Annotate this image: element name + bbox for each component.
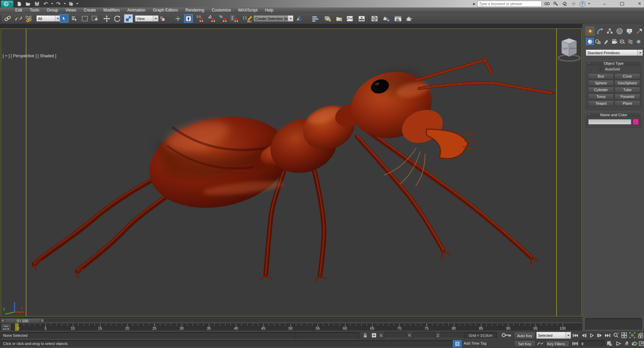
- curve-editor-button[interactable]: [345, 14, 354, 23]
- tab-hierarchy[interactable]: [605, 26, 614, 36]
- selection-filter-dropdown[interactable]: All: [36, 15, 61, 22]
- keyboard-shortcut-override-toggle[interactable]: [184, 14, 193, 23]
- open-mini-curve-editor-button[interactable]: [1, 324, 11, 331]
- select-and-manipulate-button[interactable]: [174, 14, 182, 23]
- time-slider[interactable]: 0 / 100: [5, 318, 40, 323]
- edit-named-selection-sets-icon[interactable]: { }ABC: [243, 14, 253, 23]
- maximize-viewport-toggle[interactable]: [639, 340, 644, 347]
- animation-selection-dropdown[interactable]: Selected: [536, 332, 571, 339]
- undo-history-caret-icon[interactable]: [51, 3, 53, 4]
- select-and-rotate-button[interactable]: [113, 14, 122, 23]
- rollout-collapse-icon[interactable]: -: [588, 61, 590, 65]
- primitive-button-teapot[interactable]: Teapot: [588, 100, 614, 106]
- material-editor-button[interactable]: [370, 14, 379, 23]
- field-of-view-button[interactable]: [615, 340, 622, 347]
- menu-edit[interactable]: Edit: [12, 7, 26, 13]
- default-in-out-tangents-icon[interactable]: [536, 340, 544, 347]
- key-mode-toggle-button[interactable]: [571, 340, 579, 347]
- select-and-scale-button[interactable]: [124, 14, 133, 23]
- tab-modify[interactable]: [595, 26, 604, 36]
- primitive-button-cone[interactable]: Cone: [615, 73, 640, 79]
- menu-create[interactable]: Create: [80, 7, 100, 13]
- menu-group[interactable]: Group: [43, 7, 62, 13]
- object-name-field[interactable]: [588, 119, 631, 125]
- menu-graph-editors[interactable]: Graph Editors: [149, 7, 182, 13]
- minimize-button[interactable]: –: [600, 1, 609, 7]
- help-caret-icon[interactable]: [588, 3, 590, 4]
- mirror-button[interactable]: [295, 14, 304, 23]
- search-icon[interactable]: [544, 1, 550, 6]
- tab-utilities[interactable]: [635, 26, 644, 36]
- toggle-scene-explorer-button[interactable]: [335, 14, 344, 23]
- new-scene-icon[interactable]: [16, 1, 23, 7]
- zoom-extents-all-button[interactable]: [637, 332, 644, 339]
- go-to-end-button[interactable]: [604, 332, 611, 339]
- toolbar-grip[interactable]: [1, 15, 3, 22]
- help-icon[interactable]: ?: [579, 1, 586, 6]
- play-animation-button[interactable]: [588, 332, 595, 339]
- primitive-category-dropdown[interactable]: Standard Primitives: [586, 49, 643, 56]
- maximize-button[interactable]: [618, 1, 626, 7]
- align-button[interactable]: [311, 14, 320, 23]
- save-file-icon[interactable]: [33, 1, 41, 7]
- set-keys-key-icon[interactable]: [501, 331, 512, 339]
- time-slider-track[interactable]: [44, 319, 581, 323]
- viewport-label[interactable]: [ + ] [ Perspective ] [ Shaded ]: [3, 54, 56, 58]
- render-production-button[interactable]: [405, 14, 414, 23]
- primitive-button-pyramid[interactable]: Pyramid: [615, 94, 640, 100]
- autogrid-checkbox[interactable]: [599, 67, 603, 71]
- category-space-warps[interactable]: [627, 38, 635, 45]
- viewport-left-sliver[interactable]: y x: [1, 28, 26, 316]
- menu-help[interactable]: Help: [261, 7, 277, 13]
- subscription-key-icon[interactable]: [552, 1, 559, 6]
- select-and-link-icon[interactable]: [3, 14, 12, 23]
- select-object-button[interactable]: [60, 14, 68, 23]
- z-coordinate-field[interactable]: [441, 332, 463, 338]
- redo-icon[interactable]: ↷: [55, 1, 62, 7]
- primitive-button-cylinder[interactable]: Cylinder: [588, 87, 614, 93]
- menu-maxscript[interactable]: MAXScript: [235, 7, 261, 13]
- menu-customize[interactable]: Customize: [208, 7, 235, 13]
- category-helpers[interactable]: [619, 38, 626, 45]
- tab-display[interactable]: [625, 26, 634, 36]
- category-systems[interactable]: [635, 38, 643, 45]
- go-to-start-button[interactable]: [571, 332, 579, 339]
- selection-lock-toggle[interactable]: [361, 332, 369, 339]
- window-crossing-toggle-button[interactable]: [90, 14, 99, 23]
- named-selection-sets-dropdown[interactable]: Create Selection Se: [254, 15, 294, 22]
- rectangular-selection-region-button[interactable]: [80, 14, 89, 23]
- percent-snap-toggle-icon[interactable]: %: [219, 14, 228, 23]
- absolute-offset-mode-toggle[interactable]: [370, 332, 378, 339]
- dropdown-caret-icon[interactable]: [288, 16, 293, 21]
- viewcube[interactable]: LEFT FRONT: [557, 32, 582, 69]
- primitive-button-tube[interactable]: Tube: [615, 87, 640, 93]
- object-color-swatch[interactable]: [632, 119, 639, 125]
- spinner-snap-toggle-icon[interactable]: [230, 14, 239, 23]
- menu-tools[interactable]: Tools: [26, 7, 43, 13]
- viewport-perspective[interactable]: [26, 28, 557, 316]
- project-folder-icon[interactable]: [67, 1, 75, 7]
- category-cameras[interactable]: [610, 38, 618, 45]
- redo-history-caret-icon[interactable]: [64, 3, 66, 4]
- key-filters-button[interactable]: Key Filters...: [546, 341, 569, 347]
- auto-key-button[interactable]: Auto Key: [514, 332, 536, 340]
- time-configuration-button[interactable]: [605, 340, 613, 347]
- primitive-button-sphere[interactable]: Sphere: [588, 80, 614, 86]
- rendered-frame-window-button[interactable]: [394, 14, 402, 23]
- zoom-all-button[interactable]: [620, 332, 628, 339]
- tab-create[interactable]: [585, 26, 595, 36]
- previous-frame-button[interactable]: [580, 332, 588, 339]
- viewport-right-sliver[interactable]: LEFT FRONT: [557, 28, 582, 316]
- rollout-collapse-icon[interactable]: -: [588, 112, 590, 116]
- infocenter-flyout-icon[interactable]: ▶: [473, 2, 475, 5]
- communication-center-icon[interactable]: [561, 1, 568, 6]
- open-file-icon[interactable]: [24, 1, 32, 7]
- zoom-extents-button[interactable]: [628, 332, 636, 339]
- use-pivot-point-center-button[interactable]: [158, 14, 167, 23]
- snaps-toggle-2.5d-icon[interactable]: 2.5: [196, 14, 205, 23]
- track-bar[interactable]: 0510152025303540455055606570758085909510…: [0, 323, 582, 331]
- category-geometry[interactable]: [586, 38, 594, 45]
- application-menu-button[interactable]: [1, 0, 14, 8]
- x-coordinate-field[interactable]: [384, 332, 407, 338]
- menu-views[interactable]: Views: [62, 7, 80, 13]
